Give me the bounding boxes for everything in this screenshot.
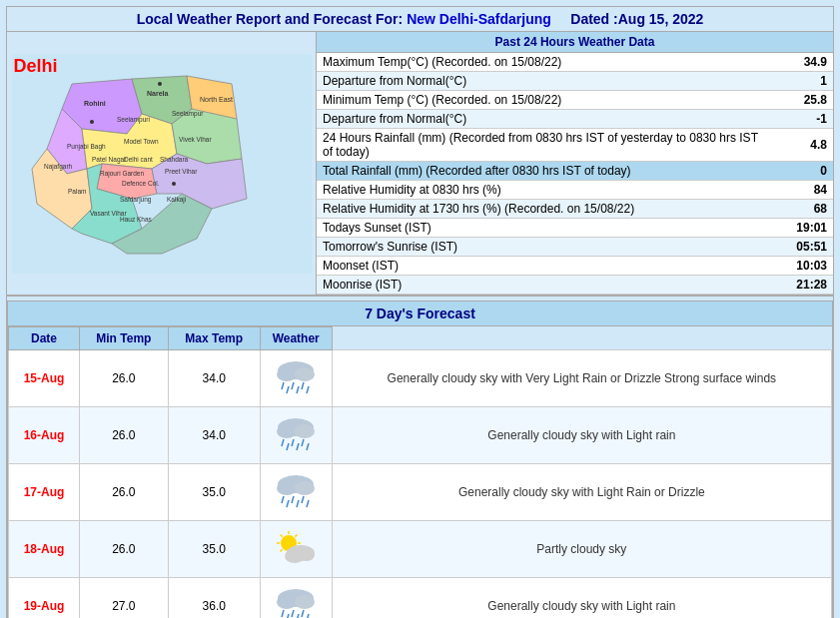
svg-line-77	[282, 610, 284, 617]
weather-row-value: 0	[773, 162, 833, 181]
forecast-min-temp: 26.0	[79, 464, 168, 521]
weather-row-value: 25.8	[773, 91, 833, 110]
weather-row-value: 19:01	[773, 219, 833, 238]
forecast-max-temp: 36.0	[168, 578, 260, 619]
page-header: Local Weather Report and Forecast For: N…	[7, 7, 833, 32]
svg-line-61	[307, 500, 309, 507]
svg-text:Safdarjung: Safdarjung	[120, 196, 152, 204]
svg-line-66	[280, 549, 282, 551]
forecast-weather-desc: Generally cloudy sky with Very Light Rai…	[332, 350, 831, 407]
svg-line-42	[302, 382, 304, 389]
forecast-table: DateMin TempMax TempWeather 15-Aug26.034…	[8, 326, 832, 618]
map-label: Delhi	[14, 56, 58, 77]
svg-line-57	[287, 500, 289, 507]
weather-row-value: 05:51	[773, 238, 833, 257]
weather-row-value: 10:03	[773, 257, 833, 276]
weather-row-label: Departure from Normal(°C)	[317, 72, 773, 91]
weather-row-value: 84	[773, 181, 833, 200]
forecast-weather-icon	[260, 578, 332, 619]
forecast-weather-desc: Generally cloudy sky with Light Rain or …	[332, 464, 831, 521]
weather-row-label: Moonrise (IST)	[317, 276, 773, 295]
forecast-date: 18-Aug	[9, 521, 80, 578]
svg-line-81	[302, 610, 304, 617]
svg-line-68	[280, 535, 282, 537]
svg-line-78	[287, 614, 289, 618]
main-container: Local Weather Report and Forecast For: N…	[6, 6, 834, 618]
svg-line-50	[297, 443, 299, 450]
weather-row-label: Total Rainfall (mm) (Recorded after 0830…	[317, 162, 773, 181]
weather-row-label: Relative Humidity at 0830 hrs (%)	[317, 181, 773, 200]
weather-row-label: Tomorrow's Sunrise (IST)	[317, 238, 773, 257]
svg-line-56	[282, 496, 284, 503]
forecast-row: 17-Aug26.035.0Generally cloudy sky with …	[9, 464, 832, 521]
svg-text:Rajouri Garden: Rajouri Garden	[100, 170, 144, 178]
svg-point-75	[277, 595, 297, 609]
map-section: Delhi	[7, 32, 317, 295]
svg-line-51	[302, 439, 304, 446]
svg-text:Shahdara: Shahdara	[160, 156, 189, 163]
svg-point-54	[277, 481, 297, 495]
forecast-col-header: Weather	[260, 327, 332, 350]
svg-point-55	[295, 481, 315, 495]
svg-line-48	[287, 443, 289, 450]
forecast-weather-desc: Partly cloudy sky	[332, 521, 831, 578]
forecast-weather-icon	[260, 407, 332, 464]
svg-line-47	[282, 439, 284, 446]
svg-text:Delhi cant: Delhi cant	[124, 156, 153, 163]
weather-row-value: 34.9	[773, 53, 833, 72]
forecast-header: 7 Day's Forecast	[8, 302, 832, 326]
svg-line-38	[282, 382, 284, 389]
svg-text:Narela: Narela	[147, 90, 169, 97]
svg-text:Kalkaji: Kalkaji	[167, 196, 186, 204]
svg-text:Palam: Palam	[68, 188, 86, 195]
forecast-max-temp: 34.0	[168, 407, 260, 464]
svg-text:Vivek Vihar: Vivek Vihar	[179, 136, 212, 143]
svg-line-40	[292, 382, 294, 389]
svg-point-33	[90, 120, 94, 124]
weather-row-value: 1	[773, 72, 833, 91]
svg-line-49	[292, 439, 294, 446]
header-dated-label: Dated :	[570, 11, 617, 27]
svg-text:Model Town: Model Town	[124, 138, 159, 145]
weather-data-table: Maximum Temp(°C) (Recorded. on 15/08/22)…	[317, 53, 833, 295]
weather-row-label: Minimum Temp (°C) (Recorded. on 15/08/22…	[317, 91, 773, 110]
forecast-date: 19-Aug	[9, 578, 80, 619]
svg-point-73	[299, 549, 315, 561]
forecast-row: 15-Aug26.034.0Generally cloudy sky with …	[9, 350, 832, 407]
forecast-col-header: Max Temp	[168, 327, 260, 350]
forecast-row: 19-Aug27.036.0Generally cloudy sky with …	[9, 578, 832, 619]
forecast-max-temp: 34.0	[168, 350, 260, 407]
svg-text:Preet Vihar: Preet Vihar	[165, 168, 198, 175]
svg-line-41	[297, 386, 299, 393]
forecast-col-header: Date	[9, 327, 80, 350]
svg-text:Defence Col.: Defence Col.	[122, 180, 160, 187]
forecast-weather-icon	[260, 350, 332, 407]
weather-row-label: Relative Humidity at 1730 hrs (%) (Recor…	[317, 200, 773, 219]
svg-line-79	[292, 610, 294, 617]
forecast-section: 7 Day's Forecast DateMin TempMax TempWea…	[7, 301, 833, 618]
weather-row-label: Todays Sunset (IST)	[317, 219, 773, 238]
svg-text:North East: North East	[200, 96, 233, 103]
forecast-min-temp: 27.0	[79, 578, 168, 619]
forecast-weather-desc: Generally cloudy sky with Light rain	[332, 407, 831, 464]
map-container: Delhi	[12, 54, 312, 274]
forecast-col-header: Min Temp	[79, 327, 168, 350]
header-location: New Delhi-Safdarjung	[407, 11, 551, 27]
forecast-weather-icon	[260, 521, 332, 578]
weather-row-label: Moonset (IST)	[317, 257, 773, 276]
weather-row-label: Maximum Temp(°C) (Recorded. on 15/08/22)	[317, 53, 773, 72]
svg-text:Seelampur: Seelampur	[172, 110, 204, 118]
weather-row-label: Departure from Normal(°C)	[317, 110, 773, 129]
svg-point-34	[172, 182, 176, 186]
header-date: Aug 15, 2022	[618, 11, 704, 27]
svg-line-80	[297, 614, 299, 618]
weather-data-section: Past 24 Hours Weather Data Maximum Temp(…	[317, 32, 833, 295]
top-section: Delhi	[7, 32, 833, 297]
header-title: Local Weather Report and Forecast For:	[137, 11, 404, 27]
svg-text:Punjabi Bagh: Punjabi Bagh	[67, 143, 106, 151]
forecast-min-temp: 26.0	[79, 407, 168, 464]
svg-point-45	[277, 424, 297, 438]
forecast-weather-icon	[260, 464, 332, 521]
forecast-min-temp: 26.0	[79, 521, 168, 578]
forecast-date: 15-Aug	[9, 350, 80, 407]
